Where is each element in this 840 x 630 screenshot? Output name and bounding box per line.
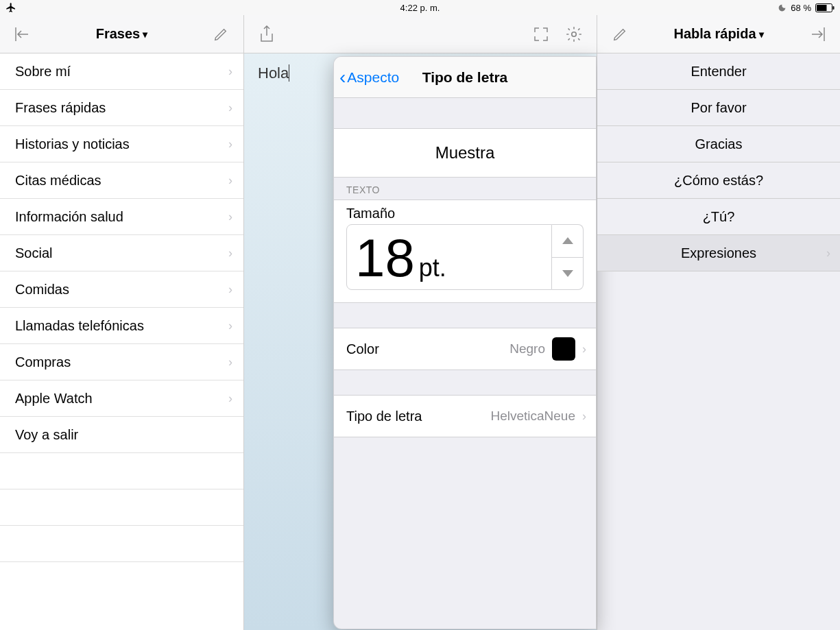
- list-item[interactable]: Historias y noticias›: [0, 126, 243, 162]
- svg-point-4: [572, 32, 577, 36]
- right-item-label: ¿Tú?: [703, 209, 735, 225]
- list-item[interactable]: Frases rápidas›: [0, 90, 243, 126]
- right-item[interactable]: ¿Tú?: [597, 199, 840, 235]
- battery-icon: [815, 3, 835, 12]
- text-cursor: [289, 64, 289, 82]
- list-item-label: Llamadas telefónicas: [15, 318, 144, 334]
- triangle-up-icon: [562, 237, 573, 244]
- list-item-empty: .: [0, 489, 243, 526]
- list-item-label: Historias y noticias: [15, 136, 130, 152]
- back-button[interactable]: ‹ Aspecto: [334, 68, 399, 87]
- do-not-disturb-icon: [778, 3, 787, 12]
- size-input[interactable]: 18 pt.: [346, 224, 552, 290]
- right-title[interactable]: Habla rápida ▾: [673, 26, 763, 42]
- svg-rect-2: [833, 6, 835, 10]
- right-item[interactable]: Gracias: [597, 126, 840, 162]
- right-item[interactable]: Expresiones›: [597, 235, 840, 271]
- collapse-left-icon[interactable]: [12, 24, 33, 45]
- sample-row: Muestra: [334, 129, 596, 177]
- color-row[interactable]: Color Negro ›: [334, 328, 596, 369]
- caret-down-icon: ▾: [143, 29, 147, 40]
- right-item-label: Expresiones: [681, 245, 756, 261]
- sample-label: Muestra: [435, 143, 495, 162]
- popover-title: Tipo de letra: [422, 69, 507, 86]
- svg-rect-1: [817, 5, 827, 11]
- font-value: HelveticaNeue: [490, 409, 575, 424]
- left-title-label: Frases: [96, 26, 141, 42]
- chevron-left-icon: ‹: [339, 68, 346, 87]
- right-item-label: Por favor: [691, 100, 746, 116]
- right-list: Entender Por favor Gracias ¿Cómo estás? …: [597, 53, 840, 630]
- size-unit: pt.: [419, 254, 446, 282]
- edit-icon[interactable]: [211, 24, 231, 45]
- chevron-right-icon: ›: [228, 101, 232, 115]
- list-item[interactable]: Citas médicas›: [0, 162, 243, 199]
- right-item[interactable]: ¿Cómo estás?: [597, 162, 840, 199]
- list-item[interactable]: Información salud›: [0, 199, 243, 235]
- list-item[interactable]: Apple Watch›: [0, 380, 243, 417]
- list-item-label: Citas médicas: [15, 173, 101, 189]
- fullscreen-icon[interactable]: [531, 24, 551, 45]
- stepper-down-button[interactable]: [552, 257, 584, 291]
- chevron-right-icon: ›: [228, 391, 232, 406]
- right-item[interactable]: Entender: [597, 53, 840, 90]
- gear-icon[interactable]: [564, 24, 584, 45]
- editor-text: Hola: [258, 64, 289, 82]
- list-item-label: Sobre mí: [15, 64, 71, 80]
- list-item-label: Voy a salir: [15, 427, 78, 443]
- chevron-right-icon: ›: [228, 319, 232, 333]
- back-label: Aspecto: [347, 69, 399, 86]
- list-item-label: Comidas: [15, 282, 69, 298]
- chevron-right-icon: ›: [228, 355, 232, 369]
- section-header-text: TEXTO: [334, 178, 596, 199]
- list-item-empty: .: [0, 453, 243, 489]
- triangle-down-icon: [562, 270, 573, 277]
- center-toolbar: [244, 15, 597, 53]
- left-title[interactable]: Frases ▾: [96, 26, 148, 42]
- chevron-right-icon: ›: [228, 64, 232, 79]
- left-toolbar: Frases ▾: [0, 15, 243, 53]
- status-time: 4:22 p. m.: [400, 3, 440, 13]
- left-pane: Frases ▾ Sobre mí› Frases rápidas› Histo…: [0, 15, 244, 630]
- list-item-empty: .: [0, 526, 243, 562]
- list-item[interactable]: Sobre mí›: [0, 53, 243, 90]
- chevron-right-icon: ›: [582, 342, 586, 356]
- right-toolbar: Habla rápida ▾: [597, 15, 840, 53]
- size-value: 18: [355, 225, 415, 291]
- font-label: Tipo de letra: [346, 409, 422, 424]
- list-item[interactable]: Social›: [0, 235, 243, 271]
- battery-percent: 68 %: [791, 3, 811, 13]
- right-title-label: Habla rápida: [673, 26, 756, 42]
- collapse-right-icon[interactable]: [807, 24, 828, 45]
- chevron-right-icon: ›: [228, 210, 232, 224]
- chevron-right-icon: ›: [228, 137, 232, 152]
- size-label: Tamaño: [346, 206, 584, 221]
- stepper-up-button[interactable]: [552, 224, 584, 257]
- right-item[interactable]: Por favor: [597, 90, 840, 126]
- color-swatch: [552, 337, 575, 361]
- font-row[interactable]: Tipo de letra HelveticaNeue ›: [334, 396, 596, 437]
- list-item-label: Apple Watch: [15, 391, 93, 407]
- popover-header: ‹ Aspecto Tipo de letra: [334, 57, 596, 98]
- chevron-right-icon: ›: [228, 282, 232, 297]
- right-item-label: Gracias: [695, 136, 743, 152]
- size-block: Tamaño 18 pt.: [334, 199, 596, 303]
- right-item-label: Entender: [691, 64, 746, 80]
- list-item[interactable]: Voy a salir: [0, 417, 243, 453]
- list-item[interactable]: Compras›: [0, 344, 243, 380]
- size-stepper: [552, 224, 584, 290]
- caret-down-icon: ▾: [759, 29, 764, 40]
- right-item-label: ¿Cómo estás?: [674, 173, 763, 189]
- list-item[interactable]: Comidas›: [0, 271, 243, 308]
- list-item-label: Información salud: [15, 209, 123, 225]
- font-popover: ‹ Aspecto Tipo de letra Muestra TEXTO Ta…: [333, 56, 597, 629]
- list-item[interactable]: Llamadas telefónicas›: [0, 308, 243, 344]
- right-pane: Habla rápida ▾ Entender Por favor Gracia…: [597, 15, 840, 630]
- color-value: Negro: [509, 341, 545, 356]
- share-icon[interactable]: [256, 24, 277, 45]
- edit-icon[interactable]: [610, 24, 630, 45]
- list-item-label: Frases rápidas: [15, 100, 106, 116]
- color-label: Color: [346, 341, 379, 357]
- chevron-right-icon: ›: [826, 246, 830, 261]
- list-item-label: Compras: [15, 354, 71, 370]
